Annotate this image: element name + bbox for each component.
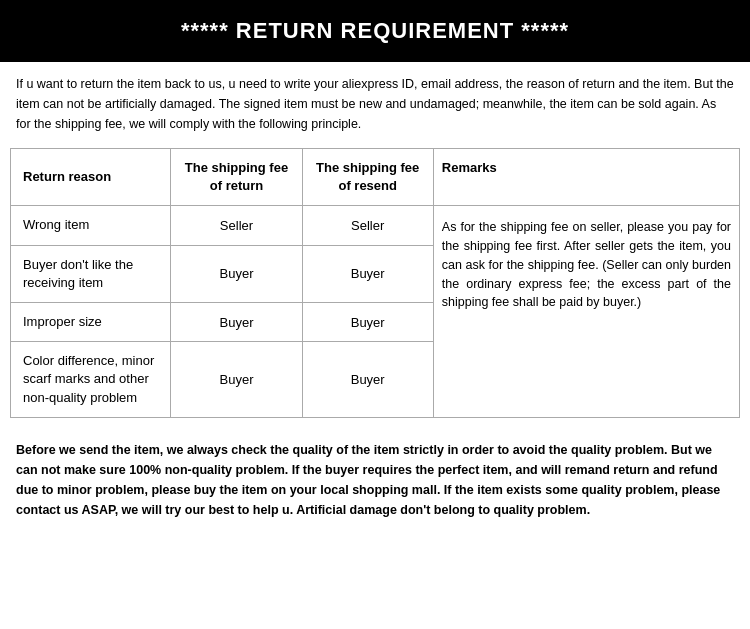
row2-shipping-return: Buyer: [171, 245, 302, 302]
page-header: ***** RETURN REQUIREMENT *****: [0, 0, 750, 62]
header-title: ***** RETURN REQUIREMENT *****: [181, 18, 569, 43]
return-requirement-table: Return reason The shipping fee of return…: [10, 148, 740, 418]
table-container: Return reason The shipping fee of return…: [0, 148, 750, 428]
row2-shipping-resend: Buyer: [302, 245, 433, 302]
row1-reason: Wrong item: [11, 206, 171, 245]
row1-shipping-resend: Seller: [302, 206, 433, 245]
footer-paragraph: Before we send the item, we always check…: [0, 428, 750, 536]
row3-shipping-resend: Buyer: [302, 302, 433, 341]
col-header-reason: Return reason: [11, 149, 171, 206]
intro-text: If u want to return the item back to us,…: [16, 77, 734, 131]
row2-reason: Buyer don't like the receiving item: [11, 245, 171, 302]
row3-shipping-return: Buyer: [171, 302, 302, 341]
row4-shipping-resend: Buyer: [302, 342, 433, 418]
footer-text: Before we send the item, we always check…: [16, 443, 720, 517]
row4-shipping-return: Buyer: [171, 342, 302, 418]
intro-paragraph: If u want to return the item back to us,…: [0, 62, 750, 148]
remarks-cell: As for the shipping fee on seller, pleas…: [433, 206, 739, 417]
table-header-row: Return reason The shipping fee of return…: [11, 149, 740, 206]
row4-reason: Color difference, minor scarf marks and …: [11, 342, 171, 418]
table-row: Wrong item Seller Seller As for the ship…: [11, 206, 740, 245]
col-header-shipping-resend: The shipping fee of resend: [302, 149, 433, 206]
row1-shipping-return: Seller: [171, 206, 302, 245]
col-header-remarks: Remarks: [433, 149, 739, 206]
row3-reason: Improper size: [11, 302, 171, 341]
col-header-shipping-return: The shipping fee of return: [171, 149, 302, 206]
